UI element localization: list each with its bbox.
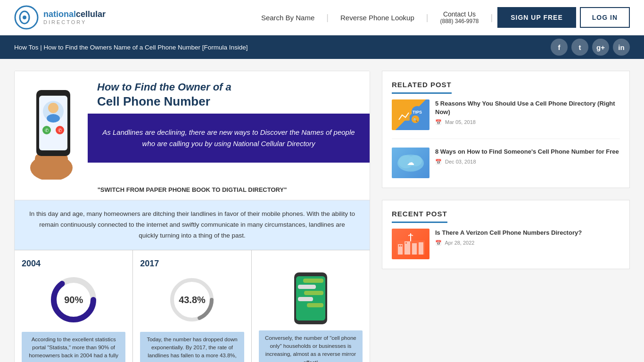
stat-block-2004: 2004 90% According to the excellent stat…	[15, 250, 133, 362]
post-date-recent-1: 📅 Apr 28, 2022	[435, 240, 620, 246]
svg-rect-32	[399, 245, 400, 247]
donut-2017: 43.8%	[166, 274, 218, 326]
post-thumb-recent-1	[392, 229, 429, 259]
login-button[interactable]: LOG IN	[580, 7, 630, 28]
svg-rect-29	[405, 241, 410, 255]
breadcrumb: How Tos | How to Find the Owners Name of…	[14, 44, 248, 51]
logo-text: nationalcellular DIRECTORY	[43, 10, 106, 25]
body-text: In this day and age, many homeowners are…	[15, 200, 370, 250]
logo-icon	[14, 5, 39, 30]
cloud-thumbnail: ☁	[392, 148, 429, 178]
purple-banner: As Landlines are declining, there are ne…	[88, 114, 370, 163]
svg-text:☁: ☁	[407, 158, 414, 166]
sidebar: RELATED POST TIPS 🔍	[382, 71, 630, 362]
post-thumb-2: ☁	[392, 148, 429, 178]
calendar-icon-1: 📅	[435, 119, 442, 125]
googleplus-icon[interactable]: g+	[592, 39, 609, 56]
article-inner: ✆ ✆ How to Find the Owner of a Cell Phon…	[15, 71, 370, 362]
tips-thumbnail: TIPS 🔍	[392, 99, 429, 130]
nav-reverse-phone[interactable]: Reverse Phone Lookup	[329, 14, 426, 22]
post-thumb-1: TIPS 🔍	[392, 99, 429, 130]
svg-point-2	[23, 16, 26, 19]
stat-desc-2017: Today, the number has dropped down expon…	[140, 332, 244, 362]
phone-illustration: ✆ ✆	[18, 76, 84, 180]
stat-block-phone: Conversely, the number of "cell phone on…	[252, 250, 370, 362]
banner-text: As Landlines are declining, there are ne…	[102, 127, 355, 149]
post-title-2: 8 Ways on How to Find Someone's Cell Pho…	[435, 148, 620, 156]
post-title-1: 5 Reasons Why You Should Use a Cell Phon…	[435, 99, 620, 116]
svg-text:🔍: 🔍	[413, 117, 418, 122]
logo-national: national	[43, 9, 76, 19]
donut-2004: 90%	[48, 274, 99, 326]
calendar-icon-recent-1: 📅	[435, 240, 442, 246]
stat-year-2017: 2017	[140, 259, 159, 269]
donut-label-2004: 90%	[64, 294, 83, 305]
header: nationalcellular DIRECTORY Search By Nam…	[0, 0, 644, 35]
svg-rect-31	[419, 242, 423, 255]
related-post-item-2[interactable]: ☁ 8 Ways on How to Find Someone's Cell P…	[392, 148, 620, 178]
related-posts-section: RELATED POST TIPS 🔍	[382, 71, 630, 188]
breadcrumb-bar: How Tos | How to Find the Owners Name of…	[0, 35, 644, 59]
stat-desc-phone: Conversely, the number of "cell phone on…	[259, 330, 363, 362]
svg-rect-34	[405, 242, 407, 244]
article-area: ✆ ✆ How to Find the Owner of a Cell Phon…	[14, 71, 370, 362]
contact-label: Contact Us	[440, 10, 479, 18]
stat-year-2004: 2004	[22, 259, 41, 269]
stat-block-2017: 2017 43.8% Today, the number has dropped…	[133, 250, 251, 362]
svg-text:✆: ✆	[58, 128, 62, 133]
city-thumbnail	[392, 229, 429, 259]
nav-sep-3: |	[491, 13, 493, 23]
post-title-recent-1: Is There A Verizon Cell Phone Numbers Di…	[435, 229, 620, 237]
svg-point-9	[47, 114, 60, 123]
svg-rect-30	[412, 243, 417, 255]
post-info-1: 5 Reasons Why You Should Use a Cell Phon…	[435, 99, 620, 130]
svg-text:TIPS: TIPS	[413, 110, 422, 115]
recent-posts-title: RECENT POST	[392, 210, 447, 223]
recent-post-item-1[interactable]: Is There A Verizon Cell Phone Numbers Di…	[392, 229, 620, 259]
svg-rect-33	[401, 245, 402, 247]
svg-text:✆: ✆	[45, 128, 49, 133]
donut-label-2017: 43.8%	[179, 294, 206, 305]
post-date-2: 📅 Dec 03, 2018	[435, 159, 620, 165]
calendar-icon-2: 📅	[435, 159, 442, 165]
contact-block: Contact Us (888) 346-9978	[428, 10, 490, 25]
article-title-italic: How to Find the Owner of a	[97, 81, 360, 94]
twitter-icon[interactable]: t	[571, 39, 588, 56]
post-info-recent-1: Is There A Verizon Cell Phone Numbers Di…	[435, 229, 620, 259]
nav-search-by-name[interactable]: Search By Name	[249, 14, 326, 22]
logo-cellular: cellular	[76, 9, 106, 19]
svg-rect-4	[35, 154, 68, 170]
stat-desc-2004: According to the excellent statistics po…	[22, 332, 125, 362]
post-info-2: 8 Ways on How to Find Someone's Cell Pho…	[435, 148, 620, 178]
stats-row: 2004 90% According to the excellent stat…	[15, 250, 370, 362]
svg-point-8	[48, 103, 58, 113]
contact-phone: (888) 346-9978	[440, 18, 479, 25]
article-title-bold: Cell Phone Number	[97, 94, 360, 109]
phone-icon-stat	[294, 272, 327, 324]
logo-directory: DIRECTORY	[43, 19, 106, 25]
related-posts-title: RELATED POST	[392, 81, 452, 94]
signup-button[interactable]: SIGN UP FREE	[497, 7, 576, 28]
social-icons: f t g+ in	[551, 39, 630, 56]
related-post-item-1[interactable]: TIPS 🔍 5 Reasons Why You Should Use a Ce…	[392, 99, 620, 139]
linkedin-icon[interactable]: in	[613, 39, 630, 56]
recent-posts-section: RECENT POST	[382, 200, 630, 269]
logo: nationalcellular DIRECTORY	[14, 5, 106, 30]
post-date-1: 📅 Mar 05, 2018	[435, 119, 620, 125]
main-layout: ✆ ✆ How to Find the Owner of a Cell Phon…	[0, 59, 644, 362]
nav-area: Search By Name | Reverse Phone Lookup | …	[249, 7, 630, 28]
facebook-icon[interactable]: f	[551, 39, 568, 56]
switch-heading: "SWITCH FROM PAPER PHONE BOOK TO DIGTIAL…	[15, 180, 370, 200]
